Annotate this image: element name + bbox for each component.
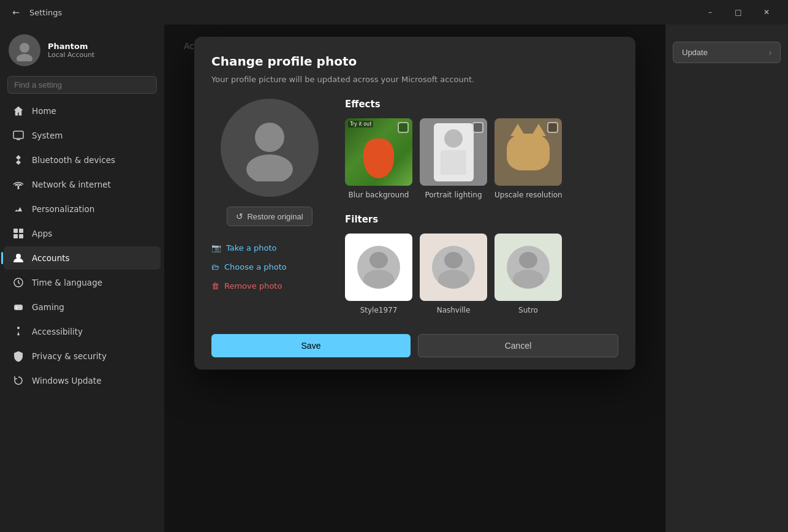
filter-nashville[interactable]: Nashville	[420, 234, 487, 314]
effect-upscale-resolution[interactable]: Upscale resolution	[494, 118, 563, 199]
system-icon	[12, 129, 25, 142]
minimize-button[interactable]: –	[696, 2, 724, 22]
dialog-subtitle: Your profile picture will be updated acr…	[211, 75, 618, 84]
sidebar-label-update: Windows Update	[32, 376, 101, 386]
content-area: Accounts › Your info Change profile phot…	[164, 25, 665, 532]
user-info: Phantom Local Account	[48, 42, 94, 59]
sidebar-label-system: System	[32, 131, 63, 140]
upscale-resolution-checkbox[interactable]	[547, 122, 558, 133]
svg-rect-8	[19, 234, 23, 238]
avatar	[9, 34, 40, 66]
chevron-right-icon: ›	[769, 48, 771, 57]
filter-sutro-label: Sutro	[518, 306, 538, 314]
update-button[interactable]: Update ›	[673, 42, 781, 63]
sidebar-label-network: Network & internet	[32, 180, 111, 189]
take-photo-link[interactable]: 📷 Take a photo	[211, 241, 328, 255]
sidebar-item-apps[interactable]: Apps	[4, 222, 161, 245]
close-button[interactable]: ✕	[752, 2, 781, 22]
blur-background-checkbox[interactable]	[398, 122, 409, 133]
sidebar-label-gaming: Gaming	[32, 302, 64, 312]
folder-icon: 🗁	[211, 262, 219, 272]
overlay-backdrop: Change profile photo Your profile pictur…	[164, 25, 665, 532]
trash-icon: 🗑	[211, 281, 219, 291]
portrait-lighting-label: Portrait lighting	[425, 191, 482, 199]
filter-style1977-label: Style1977	[360, 306, 398, 314]
upscale-resolution-thumb	[494, 118, 562, 186]
restore-icon: ↺	[236, 211, 243, 221]
restore-original-button[interactable]: ↺ Restore original	[227, 207, 312, 226]
camera-icon: 📷	[211, 243, 221, 253]
titlebar-title: Settings	[29, 8, 696, 17]
blur-background-label: Blur background	[349, 191, 409, 199]
remove-photo-link[interactable]: 🗑 Remove photo	[211, 279, 328, 293]
svg-point-13	[255, 123, 284, 152]
filter-style1977[interactable]: Style1977	[345, 234, 412, 314]
sidebar-item-system[interactable]: System	[4, 124, 161, 147]
try-it-out-badge: Try it out	[348, 121, 373, 127]
search-wrap	[0, 74, 164, 99]
action-links: 📷 Take a photo 🗁 Choose a photo 🗑 Remov	[211, 241, 328, 293]
upscale-resolution-label: Upscale resolution	[494, 191, 563, 199]
portrait-body	[441, 150, 466, 175]
portrait-lighting-thumb	[420, 118, 487, 186]
sidebar-item-home[interactable]: Home	[4, 99, 161, 123]
svg-point-12	[17, 327, 20, 329]
maximize-button[interactable]: □	[724, 2, 752, 22]
sidebar-item-accessibility[interactable]: Accessibility	[4, 320, 161, 343]
save-button[interactable]: Save	[211, 334, 411, 357]
svg-point-4	[18, 188, 19, 189]
sidebar-label-bluetooth: Bluetooth & devices	[32, 155, 115, 165]
sidebar-item-privacy[interactable]: Privacy & security	[4, 344, 161, 368]
sidebar-item-windows-update[interactable]: Windows Update	[4, 369, 161, 392]
sidebar-label-time: Time & language	[32, 278, 102, 287]
home-icon	[12, 105, 25, 117]
dialog-title: Change profile photo	[211, 54, 618, 69]
accessibility-icon	[12, 325, 25, 338]
change-profile-photo-dialog: Change profile photo Your profile pictur…	[194, 37, 635, 370]
sidebar-item-network[interactable]: Network & internet	[4, 173, 161, 196]
accounts-icon	[12, 252, 25, 264]
profile-photo	[221, 99, 319, 197]
sidebar-item-personalization[interactable]: Personalization	[4, 197, 161, 221]
filter-style1977-thumb	[345, 234, 412, 301]
cancel-button[interactable]: Cancel	[418, 334, 618, 357]
filter-sutro[interactable]: Sutro	[494, 234, 562, 314]
profile-left: ↺ Restore original 📷 Take a photo 🗁	[211, 99, 328, 324]
filter-nashville-thumb	[420, 234, 487, 301]
sidebar-item-time[interactable]: Time & language	[4, 271, 161, 294]
bluetooth-icon	[12, 154, 25, 166]
sidebar-item-gaming[interactable]: Gaming	[4, 295, 161, 319]
right-panel: Update ›	[665, 25, 788, 532]
back-button[interactable]: ←	[7, 4, 25, 21]
cat-ear-right	[531, 124, 546, 136]
effects-section: Effects Try it out	[345, 99, 618, 324]
effect-blur-background[interactable]: Try it out Blur background	[345, 118, 412, 199]
svg-rect-6	[19, 229, 23, 233]
profile-section: ↺ Restore original 📷 Take a photo 🗁	[211, 99, 618, 324]
sidebar-label-accessibility: Accessibility	[32, 327, 83, 336]
dialog-body: Change profile photo Your profile pictur…	[194, 37, 635, 324]
sidebar-item-bluetooth[interactable]: Bluetooth & devices	[4, 148, 161, 172]
privacy-icon	[12, 350, 25, 362]
svg-point-14	[246, 154, 293, 181]
sidebar-item-accounts[interactable]: Accounts	[4, 246, 161, 270]
time-icon	[12, 276, 25, 289]
effect-portrait-lighting[interactable]: Portrait lighting	[420, 118, 487, 199]
filter-nashville-label: Nashville	[437, 306, 471, 314]
apps-icon	[12, 227, 25, 240]
user-type: Local Account	[48, 51, 94, 59]
gaming-icon	[12, 301, 25, 313]
effects-grid: Try it out Blur background	[345, 118, 618, 199]
sidebar: Phantom Local Account Home System Bluet	[0, 25, 164, 532]
choose-photo-link[interactable]: 🗁 Choose a photo	[211, 260, 328, 274]
svg-point-1	[17, 54, 32, 61]
portrait-lighting-checkbox[interactable]	[472, 122, 483, 133]
titlebar: ← Settings – □ ✕	[0, 0, 788, 25]
sidebar-label-accounts: Accounts	[32, 253, 70, 263]
sidebar-label-apps: Apps	[32, 229, 52, 238]
dialog-footer: Save Cancel	[194, 324, 635, 370]
sidebar-label-personalization: Personalization	[32, 204, 94, 214]
filter-sutro-thumb	[494, 234, 562, 301]
search-input[interactable]	[7, 76, 157, 94]
filters-label: Filters	[345, 214, 618, 225]
